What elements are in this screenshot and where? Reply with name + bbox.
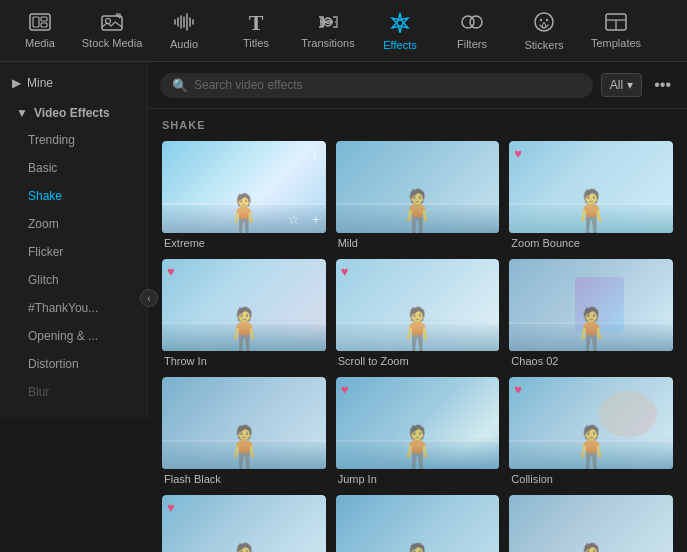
heart-icon-scroll-to-zoom: ♥ [341,264,349,279]
effect-thumb-mild: 🧍 [336,141,500,233]
heart-icon-zoom-bounce: ♥ [514,146,522,161]
sidebar-item-zoom[interactable]: Zoom [0,210,147,238]
three-dots-extreme-icon[interactable]: ⋮ [308,145,322,161]
filter-label: All [610,78,623,92]
sidebar-item-opening[interactable]: Opening & ... [0,322,147,350]
heart-icon-throw-in: ♥ [167,264,175,279]
effect-label-collision: Collision [509,473,673,485]
effects-grid: 🧍 ⋮ ☆ + Extreme 🧍 [162,141,673,552]
effect-card-mild[interactable]: 🧍 Mild [336,141,500,249]
sidebar-item-glitch[interactable]: Glitch [0,266,147,294]
section-label: SHAKE [162,119,673,131]
effect-card-scroll-to-zoom[interactable]: ♥ 🧍 Scroll to Zoom [336,259,500,367]
effect-thumb-up-down-2: 🧍 [509,495,673,552]
nav-transitions-label: Transitions [301,37,354,49]
nav-titles[interactable]: T Titles [220,2,292,60]
nav-transitions[interactable]: Transitions [292,2,364,60]
effect-label-throw-in: Throw In [162,355,326,367]
sidebar-video-effects-header[interactable]: ▼ Video Effects [0,100,147,126]
effect-card-heartbeat[interactable]: 🧍 Heartbeat [336,495,500,552]
stickers-icon [533,11,555,36]
stock-media-icon [101,13,123,34]
sidebar-item-basic[interactable]: Basic [0,154,147,182]
effects-icon [389,11,411,36]
nav-templates[interactable]: Templates [580,2,652,60]
nav-filters[interactable]: Filters [436,2,508,60]
sidebar-item-distortion[interactable]: Distortion [0,350,147,378]
sidebar-item-thankyou-label: #ThankYou... [28,301,98,315]
svg-point-9 [470,16,482,28]
effect-thumb-flash-black: 🧍 [162,377,326,469]
nav-audio[interactable]: Audio [148,2,220,60]
nav-stock-media-label: Stock Media [82,37,143,49]
nav-audio-label: Audio [170,38,198,50]
star-extreme-icon: ☆ [288,212,300,227]
nav-titles-label: Titles [243,37,269,49]
sidebar-item-flicker-label: Flicker [28,245,63,259]
effect-label-chaos-02: Chaos 02 [509,355,673,367]
effect-card-flash-black[interactable]: 🧍 Flash Black [162,377,326,485]
person-silhouette-flash-black: 🧍 [218,427,270,469]
search-icon: 🔍 [172,78,188,93]
sidebar-wrapper: ▶ Mine ▼ Video Effects Trending Basic Sh… [0,62,148,552]
effect-label-scroll-to-zoom: Scroll to Zoom [336,355,500,367]
sidebar-item-basic-label: Basic [28,161,57,175]
nav-stock-media[interactable]: Stock Media [76,2,148,60]
search-input[interactable] [194,78,581,92]
effect-thumb-chaos-02: 🧍 [509,259,673,351]
svg-rect-4 [102,16,122,30]
effect-thumb-zoom-bounce: ♥ 🧍 [509,141,673,233]
nav-media-label: Media [25,37,55,49]
sidebar-item-shake-label: Shake [28,189,62,203]
effect-label-jump-in: Jump In [336,473,500,485]
effect-card-collision[interactable]: ♥ 🧍 Collision [509,377,673,485]
sidebar-mine-arrow: ▶ [12,76,21,90]
sidebar: ▶ Mine ▼ Video Effects Trending Basic Sh… [0,62,148,418]
audio-icon [174,12,194,35]
sidebar-mine-header[interactable]: ▶ Mine [0,70,147,96]
effect-thumb-scroll-to-zoom: ♥ 🧍 [336,259,500,351]
person-silhouette-collision: 🧍 [565,427,617,469]
sidebar-item-thankyou[interactable]: #ThankYou... [0,294,147,322]
sidebar-item-trending[interactable]: Trending [0,126,147,154]
plus-extreme-icon[interactable]: + [312,212,320,227]
filter-button[interactable]: All ▾ [601,73,642,97]
sidebar-item-blur-label: Blur [28,385,49,399]
person-silhouette-zoom-bounce: 🧍 [565,191,617,233]
effect-card-extreme[interactable]: 🧍 ⋮ ☆ + Extreme [162,141,326,249]
sidebar-section-mine: ▶ Mine [0,70,147,96]
svg-rect-3 [41,23,47,27]
search-bar: 🔍 All ▾ ••• [148,62,687,109]
person-silhouette-jump-in: 🧍 [391,427,443,469]
effect-card-pendulum[interactable]: ♥ 🧍 Pendulum [162,495,326,552]
sidebar-item-opening-label: Opening & ... [28,329,98,343]
effects-grid-area: SHAKE 🧍 ⋮ ☆ + [148,109,687,552]
nav-media[interactable]: Media [4,2,76,60]
sidebar-item-distortion-label: Distortion [28,357,79,371]
nav-filters-label: Filters [457,38,487,50]
nav-stickers[interactable]: Stickers [508,2,580,60]
effect-card-chaos-02[interactable]: 🧍 Chaos 02 [509,259,673,367]
sidebar-video-effects-label: Video Effects [34,106,110,120]
effect-card-up-down-2[interactable]: 🧍 Up-Down 2 [509,495,673,552]
effect-label-extreme: Extreme [162,237,326,249]
main-layout: ▶ Mine ▼ Video Effects Trending Basic Sh… [0,62,687,552]
person-silhouette-extreme: 🧍 [220,195,267,233]
sidebar-collapse-button[interactable]: ‹ [140,289,158,307]
person-silhouette-chaos-02: 🧍 [565,309,617,351]
effect-card-jump-in[interactable]: ♥ 🧍 Jump In [336,377,500,485]
sidebar-item-flicker[interactable]: Flicker [0,238,147,266]
sidebar-item-blur[interactable]: Blur [0,378,147,406]
nav-effects[interactable]: Effects [364,2,436,60]
templates-icon [605,13,627,34]
media-icon [29,13,51,34]
effect-card-throw-in[interactable]: ♥ 🧍 Throw In [162,259,326,367]
effect-label-mild: Mild [336,237,500,249]
person-silhouette-pendulum: 🧍 [218,545,270,552]
sidebar-item-shake[interactable]: Shake [0,182,147,210]
more-options-button[interactable]: ••• [650,72,675,98]
svg-rect-1 [33,17,39,27]
svg-point-5 [106,18,111,23]
effect-card-zoom-bounce[interactable]: ♥ 🧍 Zoom Bounce [509,141,673,249]
effect-thumb-collision: ♥ 🧍 [509,377,673,469]
